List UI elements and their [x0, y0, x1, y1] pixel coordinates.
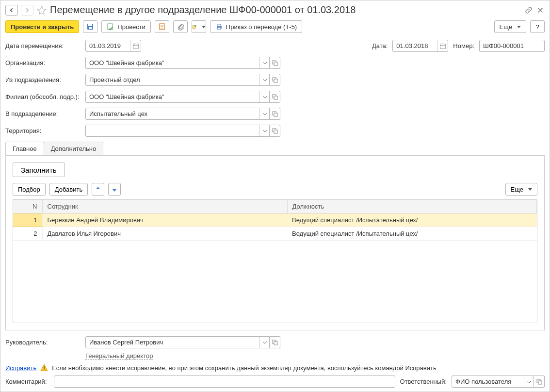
to-dept-label: В подразделение: [5, 110, 81, 117]
pick-button[interactable]: Подбор [13, 183, 46, 196]
nav-forward-button[interactable] [21, 5, 33, 16]
from-dept-label: Из подразделения: [5, 76, 81, 83]
post-button[interactable]: Провести [101, 20, 151, 33]
svg-rect-3 [108, 24, 113, 30]
print-order-button[interactable]: Приказ о переводе (Т-5) [210, 20, 302, 33]
favorite-icon[interactable] [36, 5, 47, 16]
open-icon[interactable] [270, 91, 280, 103]
col-n[interactable]: N [13, 200, 42, 213]
table-more-button[interactable]: Еще [505, 183, 537, 196]
row-emp: Давлатов Илья Игоревич [42, 227, 287, 241]
number-label: Номер: [453, 42, 474, 49]
to-dept-select[interactable]: Испытательный цех [85, 108, 270, 120]
svg-rect-12 [218, 28, 221, 30]
link-icon[interactable] [524, 6, 533, 15]
fix-link[interactable]: Исправить [5, 364, 36, 372]
svg-rect-2 [89, 27, 92, 29]
chevron-down-icon[interactable] [259, 125, 269, 136]
number-input[interactable]: ШФ00-000001 [479, 40, 545, 52]
close-icon[interactable] [536, 6, 545, 15]
org-label: Организация: [5, 59, 81, 66]
chevron-down-icon[interactable] [259, 91, 269, 102]
svg-rect-13 [133, 44, 138, 49]
svg-point-32 [44, 369, 45, 370]
help-button[interactable]: ? [530, 20, 545, 33]
svg-rect-34 [538, 381, 542, 384]
row-emp: Березкин Андрей Владимирович [42, 213, 287, 227]
org-select[interactable]: ООО "Швейная фабрика" [85, 57, 270, 69]
svg-rect-17 [440, 44, 446, 49]
add-button[interactable]: Добавить [49, 183, 88, 196]
move-date-label: Дата перемещения: [5, 42, 81, 49]
more-button[interactable]: Еще [494, 20, 526, 33]
post-and-close-button[interactable]: Провести и закрыть [5, 20, 79, 33]
move-down-button[interactable] [108, 183, 121, 196]
svg-rect-24 [274, 96, 277, 99]
chevron-down-icon[interactable] [259, 74, 269, 85]
attach-button[interactable] [173, 20, 188, 33]
tab-main[interactable]: Главное [5, 142, 44, 155]
row-n: 2 [13, 227, 42, 241]
from-dept-select[interactable]: Проектный отдел [85, 74, 270, 86]
comment-label: Комментарий: [5, 378, 49, 385]
tab-extra[interactable]: Дополнительно [44, 142, 104, 155]
svg-rect-11 [218, 24, 221, 26]
responsible-label: Ответственный: [400, 378, 447, 385]
move-date-input[interactable]: 01.03.2019 [85, 40, 141, 52]
table-row[interactable]: 1 Березкин Андрей Владимирович Ведущий с… [13, 213, 537, 227]
table-row[interactable]: 2 Давлатов Илья Игоревич Ведущий специал… [13, 227, 537, 241]
chevron-down-icon[interactable] [259, 108, 269, 119]
svg-rect-28 [274, 130, 277, 133]
comment-input[interactable] [54, 376, 395, 388]
open-icon[interactable] [270, 74, 280, 86]
col-emp[interactable]: Сотрудник [42, 200, 287, 213]
nav-back-button[interactable] [5, 5, 18, 16]
manager-select[interactable]: Иванов Сергей Петрович [85, 336, 270, 348]
move-up-button[interactable] [92, 183, 104, 196]
structure-button[interactable] [155, 20, 169, 33]
svg-rect-30 [274, 342, 277, 345]
row-pos: Ведущий специалист /Испытательный цех/ [287, 213, 537, 227]
open-icon[interactable] [534, 376, 545, 388]
branch-label: Филиал (обособл. подр.): [5, 93, 81, 100]
open-icon[interactable] [270, 57, 280, 69]
calendar-icon[interactable] [130, 40, 141, 51]
save-button[interactable] [83, 20, 97, 33]
create-based-button[interactable] [192, 20, 206, 33]
svg-rect-26 [274, 113, 277, 116]
hint-text: Если необходимо внести исправление, но п… [52, 364, 436, 372]
row-pos: Ведущий специалист /Испытательный цех/ [287, 227, 537, 241]
calendar-icon[interactable] [437, 40, 448, 51]
page-title: Перемещение в другое подразделение ШФ00-… [50, 4, 521, 16]
responsible-select[interactable]: ФИО пользователя [452, 376, 534, 388]
table-empty-area[interactable] [13, 241, 537, 323]
manager-label: Руководитель: [5, 339, 81, 346]
territory-select[interactable] [85, 125, 270, 137]
fill-button[interactable]: Заполнить [13, 163, 65, 177]
chevron-down-icon[interactable] [259, 337, 269, 348]
chevron-down-icon[interactable] [524, 376, 534, 387]
col-pos[interactable]: Должность [287, 200, 537, 213]
open-icon[interactable] [270, 108, 280, 120]
date-label: Дата: [372, 42, 388, 49]
date-input[interactable]: 01.03.2018 [392, 40, 448, 52]
chevron-down-icon[interactable] [259, 57, 269, 68]
svg-rect-22 [274, 79, 277, 82]
svg-rect-20 [274, 62, 277, 65]
manager-position-link[interactable]: Генеральный директор [85, 352, 153, 360]
warning-icon [40, 364, 48, 372]
open-icon[interactable] [270, 336, 280, 348]
territory-label: Территория: [5, 127, 81, 134]
svg-rect-1 [88, 24, 92, 26]
open-icon[interactable] [270, 125, 280, 137]
row-n: 1 [13, 213, 42, 227]
branch-select[interactable]: ООО "Швейная фабрика" [85, 91, 270, 103]
